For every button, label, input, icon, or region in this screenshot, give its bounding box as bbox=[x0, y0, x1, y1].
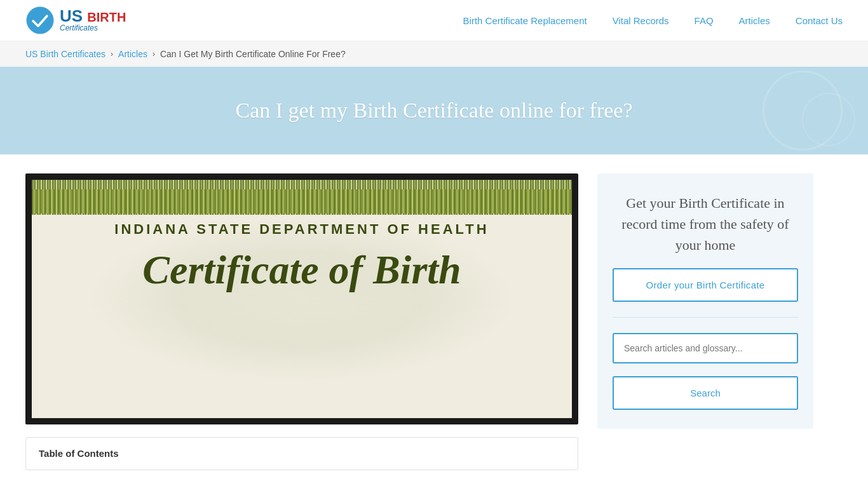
logo-certificates-text: Certificates bbox=[60, 24, 126, 32]
cert-title: Certificate of Birth bbox=[32, 247, 572, 294]
logo-u: US bbox=[60, 6, 83, 25]
nav-contact-us[interactable]: Contact Us bbox=[796, 15, 843, 26]
cert-watermark bbox=[86, 215, 518, 383]
breadcrumb: US Birth Certificates › Articles › Can I… bbox=[0, 41, 868, 67]
nav-articles[interactable]: Articles bbox=[739, 15, 770, 26]
hero-banner: Can I get my Birth Certificate online fo… bbox=[0, 67, 868, 154]
search-button[interactable]: Search bbox=[613, 376, 798, 410]
logo[interactable]: US BIRTH Certificates bbox=[25, 6, 126, 35]
cert-state-department: INDIANA STATE DEPARTMENT OF HEALTH bbox=[32, 221, 572, 238]
breadcrumb-articles-link[interactable]: Articles bbox=[118, 49, 147, 59]
table-of-contents: Table of Contents bbox=[25, 437, 578, 470]
main-content: INDIANA STATE DEPARTMENT OF HEALTH Certi… bbox=[0, 154, 868, 488]
breadcrumb-separator-1: › bbox=[111, 50, 113, 58]
logo-checkmark-icon bbox=[25, 6, 55, 35]
breadcrumb-home-link[interactable]: US Birth Certificates bbox=[25, 49, 105, 59]
sidebar-divider bbox=[613, 317, 798, 318]
breadcrumb-current: Can I Get My Birth Certificate Online Fo… bbox=[160, 49, 346, 59]
svg-point-0 bbox=[27, 7, 53, 34]
sidebar: Get your Birth Certificate in record tim… bbox=[597, 173, 813, 429]
main-nav: Birth Certificate Replacement Vital Reco… bbox=[463, 15, 843, 26]
article-section: INDIANA STATE DEPARTMENT OF HEALTH Certi… bbox=[25, 173, 578, 470]
sidebar-promo-text: Get your Birth Certificate in record tim… bbox=[613, 193, 798, 255]
order-birth-certificate-button[interactable]: Order your Birth Certificate bbox=[613, 268, 798, 302]
toc-title: Table of Contents bbox=[39, 448, 119, 459]
cert-border-decoration-inner bbox=[32, 189, 572, 214]
logo-text: US BIRTH Certificates bbox=[60, 8, 126, 32]
search-articles-input[interactable] bbox=[613, 333, 798, 363]
logo-birth-inline: BIRTH bbox=[87, 10, 126, 24]
nav-birth-certificate-replacement[interactable]: Birth Certificate Replacement bbox=[463, 15, 587, 26]
nav-faq[interactable]: FAQ bbox=[695, 15, 714, 26]
certificate-image: INDIANA STATE DEPARTMENT OF HEALTH Certi… bbox=[25, 173, 578, 424]
sidebar-widget: Get your Birth Certificate in record tim… bbox=[597, 173, 813, 429]
breadcrumb-separator-2: › bbox=[153, 50, 155, 58]
nav-vital-records[interactable]: Vital Records bbox=[613, 15, 669, 26]
hero-title: Can I get my Birth Certificate online fo… bbox=[25, 98, 843, 123]
